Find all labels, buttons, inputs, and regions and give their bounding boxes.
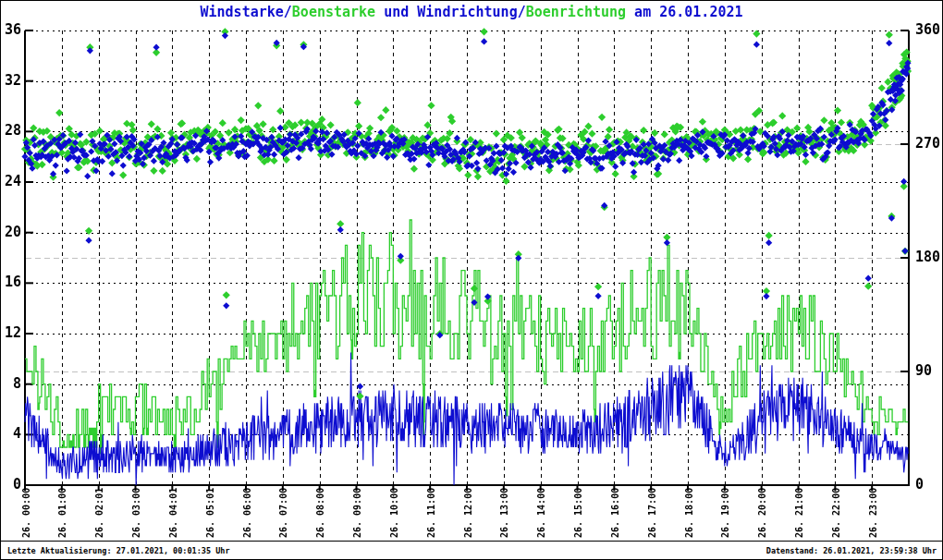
- wind-chart-page: Windstarke/Boenstarke und Windrichtung/B…: [0, 0, 943, 560]
- title-segment-boenrichtung: Boenrichtung: [526, 4, 626, 20]
- datenstand-text: Datenstand: 26.01.2021, 23:59:38 Uhr: [766, 546, 937, 555]
- status-bar: Letzte Aktualisierung: 27.01.2021, 00:01…: [1, 541, 942, 559]
- title-segment-und-windrichtung: und Windrichtung/: [375, 4, 526, 20]
- title-segment-boenstarke: Boenstarke: [292, 4, 375, 20]
- chart-canvas: [1, 1, 942, 541]
- title-segment-date: am 26.01.2021: [626, 4, 742, 20]
- chart-title: Windstarke/Boenstarke und Windrichtung/B…: [1, 4, 942, 20]
- last-update-text: Letzte Aktualisierung: 27.01.2021, 00:01…: [7, 546, 230, 555]
- title-segment-windstarke: Windstarke/: [200, 4, 291, 20]
